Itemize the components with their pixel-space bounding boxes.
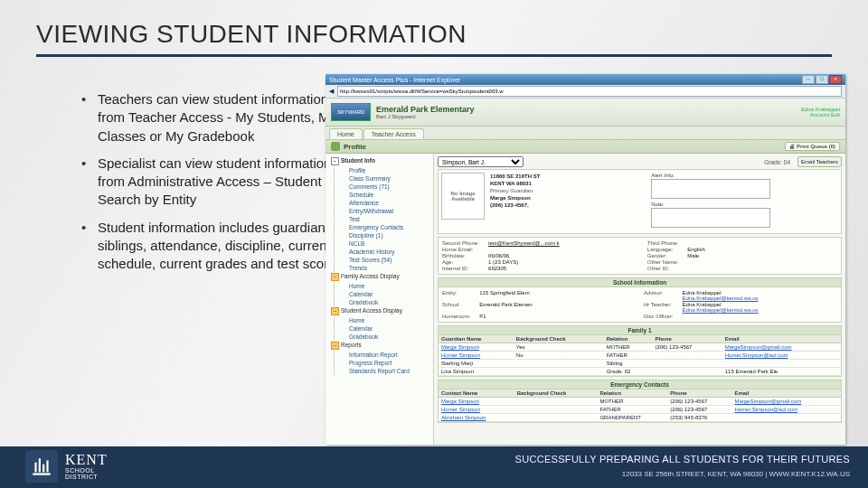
app-screenshot: Student Master Access Plus - Internet Ex… xyxy=(326,74,845,445)
student-details-grid: Second Phone:test@KentShyward@...com k T… xyxy=(439,238,841,274)
bullet-item: Student information includes guardians, … xyxy=(81,219,353,274)
tab-teacher-access[interactable]: Teacher Access xyxy=(363,128,424,139)
table-row: Marge SimpsonYesMOTHER(206) 123-4567Marg… xyxy=(439,343,841,352)
slide-title: VIEWING STUDENT INFORMATION xyxy=(36,20,467,49)
tree-item[interactable]: Test xyxy=(345,215,431,223)
school-info-header: School Information xyxy=(439,278,841,287)
tree-root[interactable]: –Student Info xyxy=(327,156,431,166)
footer-tagline: SUCCESSFULLY PREPARING ALL STUDENTS FOR … xyxy=(515,454,850,465)
title-rule xyxy=(36,54,832,57)
tree-item[interactable]: Entry/Withdrawal xyxy=(345,207,431,215)
note-label: Note: xyxy=(651,202,838,207)
header-links[interactable]: Account Exit xyxy=(801,112,840,117)
tree-item[interactable]: Calendar xyxy=(345,324,431,333)
grade-label: Grade: 04 xyxy=(764,159,790,165)
tree-item[interactable]: Discipline (1) xyxy=(345,231,431,239)
tree-item[interactable]: Academic History xyxy=(345,248,431,256)
table-row: Homer SimpsonFATHER(206) 123-4567Homer.S… xyxy=(439,406,841,414)
district-name: Bart J Skygward xyxy=(376,114,475,119)
bullet-list: Teachers can view student information fr… xyxy=(45,90,353,282)
alert-label: Alert Info: xyxy=(651,173,838,178)
tree-item[interactable]: Gradebook xyxy=(345,333,431,341)
main-panel: Simpson, Bart J. Grade: 04 Email Teacher… xyxy=(434,154,845,445)
print-queue-button[interactable]: 🖨Print Queue (0) xyxy=(785,142,840,151)
advisor-email-link[interactable]: Edna.Krabappel@kentsd.wa.us xyxy=(682,296,758,301)
table-row: Marge SimpsonMOTHER(206) 123-4567MargeSi… xyxy=(439,398,841,406)
table-row: Sterling MarjiSibling xyxy=(439,360,841,368)
minimize-icon[interactable]: – xyxy=(802,75,815,84)
tree-item[interactable]: Gradebook xyxy=(345,298,431,306)
nav-tree: –Student Info Profile Class Summary Comm… xyxy=(326,154,434,445)
footer-bar: KENT SCHOOLDISTRICT SUCCESSFULLY PREPARI… xyxy=(0,446,868,488)
email-teachers-button[interactable]: Email Teachers xyxy=(797,156,842,167)
close-icon[interactable]: × xyxy=(829,75,842,84)
url-input[interactable] xyxy=(337,86,842,97)
tab-home[interactable]: Home xyxy=(329,128,363,139)
table-row: Abraham SimpsonGRANDPARENT(253) 945-8376 xyxy=(439,414,841,422)
tree-folder[interactable]: –Student Access Display xyxy=(327,306,431,316)
skyward-logo: SKYWARD xyxy=(331,103,371,121)
tree-item[interactable]: Profile xyxy=(345,166,431,174)
tree-item[interactable]: Calendar xyxy=(345,290,431,298)
section-title: Profile xyxy=(344,143,366,151)
tree-item[interactable]: NCLB xyxy=(345,239,431,248)
student-address-block: 11800 SE 216TH ST KENT WA 98031 Primary … xyxy=(490,173,646,230)
no-image-placeholder: No ImageAvailable xyxy=(441,173,485,220)
emergency-header: Emergency Contacts xyxy=(439,380,841,389)
tree-item[interactable]: Home xyxy=(345,282,431,290)
tree-folder[interactable]: –Reports xyxy=(327,341,431,351)
tree-item[interactable]: Progress Report xyxy=(345,359,431,367)
table-row: Lisa SimpsonGrade: 02115 Emerald Park El… xyxy=(439,368,841,376)
tree-item[interactable]: Schedule xyxy=(345,191,431,199)
window-title: Student Master Access Plus - Internet Ex… xyxy=(329,77,460,83)
window-titlebar: Student Master Access Plus - Internet Ex… xyxy=(326,74,845,85)
student-select[interactable]: Simpson, Bart J. xyxy=(438,156,524,167)
profile-icon xyxy=(331,142,340,151)
address-bar: ◀ xyxy=(326,85,845,99)
tree-item[interactable]: Home xyxy=(345,316,431,324)
tree-item[interactable]: Test Scores (54) xyxy=(345,256,431,264)
tree-folder[interactable]: –Family Access Display xyxy=(327,272,431,282)
nav-back-icon[interactable]: ◀ xyxy=(329,88,334,95)
tree-item[interactable]: Attendance xyxy=(345,199,431,207)
email-link[interactable]: test@KentShyward@...com k xyxy=(488,240,638,246)
tree-item[interactable]: Information Report xyxy=(345,351,431,359)
tree-item[interactable]: Emergency Contacts xyxy=(345,223,431,231)
note-box[interactable] xyxy=(651,208,770,228)
table-row: Homer SimpsonNoFATHERHomer.Simpson@aol.c… xyxy=(439,352,841,360)
alert-box[interactable] xyxy=(651,179,770,199)
footer-address: 12033 SE 256th STREET, KENT, WA 98030 | … xyxy=(622,470,850,478)
bullet-item: Teachers can view student information fr… xyxy=(81,90,353,145)
kent-seal-icon xyxy=(25,450,58,483)
hr-teacher-email-link[interactable]: Edna.Krabappel@kentsd.wa.us xyxy=(682,307,758,313)
family-header: Family 1 xyxy=(439,326,841,335)
tree-item[interactable]: Standards Report Card xyxy=(345,367,431,375)
family-table: Guardian NameBackground CheckRelationPho… xyxy=(439,335,841,376)
tree-item[interactable]: Comments (71) xyxy=(345,183,431,191)
emergency-table: Contact NameBackground CheckRelationPhon… xyxy=(439,389,841,422)
bullet-item: Specialist can view student information … xyxy=(81,155,353,210)
printer-icon: 🖨 xyxy=(789,144,795,149)
tree-item[interactable]: Class Summary xyxy=(345,174,431,183)
maximize-icon[interactable]: □ xyxy=(816,75,828,84)
school-name: Emerald Park Elementary xyxy=(376,105,475,114)
tree-item[interactable]: Trends xyxy=(345,264,431,272)
kent-logo: KENT SCHOOLDISTRICT xyxy=(25,450,108,483)
